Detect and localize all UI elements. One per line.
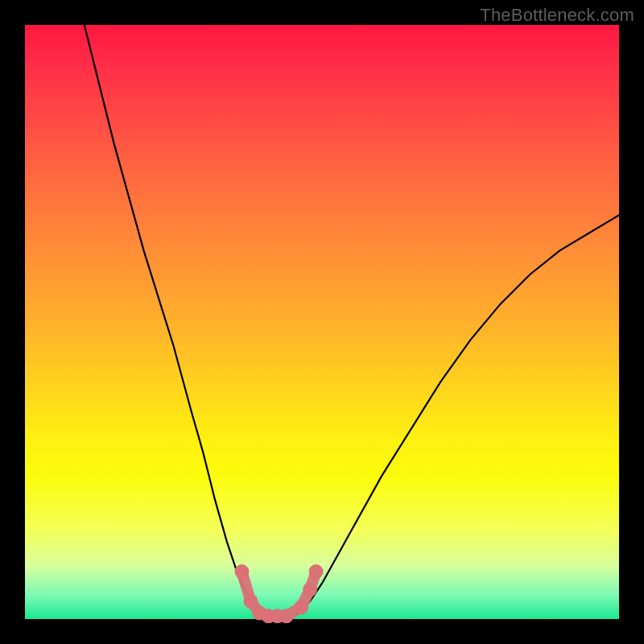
marker-dot [294, 600, 308, 614]
marker-dot [234, 564, 249, 579]
watermark-text: TheBottleneck.com [480, 5, 634, 26]
plot-area [25, 25, 619, 619]
chart-svg [25, 25, 619, 619]
marker-dot [279, 609, 294, 623]
marker-dot [309, 564, 324, 579]
marker-dot [243, 594, 258, 609]
marker-dot [303, 582, 317, 597]
chart-frame: TheBottleneck.com [0, 0, 644, 644]
bottleneck-curve-path [85, 25, 619, 619]
marker-group [234, 564, 323, 623]
